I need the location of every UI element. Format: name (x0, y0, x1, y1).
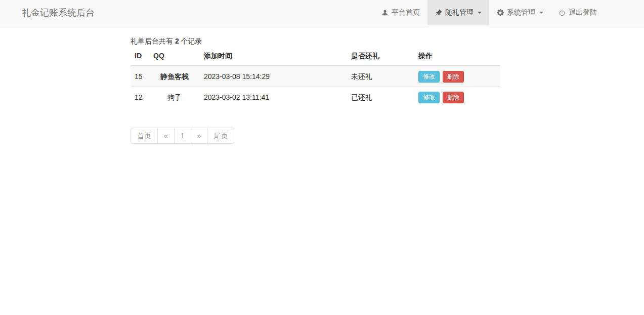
table-row: 12 狗子 2023-03-02 13:11:41 已还礼 修改 删除 (131, 87, 500, 108)
pagination: 首页«1»尾页 (131, 128, 234, 144)
nav-item-logout[interactable]: 退出登陆 (551, 0, 605, 25)
cell-added-time: 2023-03-08 15:14:29 (200, 66, 347, 87)
header-added-time: 添加时间 (200, 46, 347, 66)
pagination-next[interactable]: » (191, 128, 208, 144)
power-icon (559, 9, 566, 16)
pagination-prev[interactable]: « (157, 128, 175, 144)
pushpin-icon (435, 9, 442, 16)
record-count-summary: 礼单后台共有 2 个记录 (131, 36, 500, 46)
cell-return-status: 未还礼 (347, 66, 414, 87)
nav-item-label: 退出登陆 (569, 8, 597, 17)
chevron-down-icon (539, 12, 543, 14)
cell-actions: 修改 删除 (414, 66, 500, 87)
cell-qq: 静鱼客栈 (149, 66, 200, 87)
cell-actions: 修改 删除 (414, 87, 500, 108)
nav-item-gift-management[interactable]: 随礼管理 (427, 0, 489, 25)
header-id: ID (131, 46, 149, 66)
nav-item-system-management[interactable]: 系统管理 (489, 0, 551, 25)
table-header-row: ID QQ 添加时间 是否还礼 操作 (131, 46, 500, 66)
nav-item-label: 系统管理 (507, 8, 535, 17)
delete-button[interactable]: 删除 (443, 92, 464, 103)
summary-suffix: 个记录 (181, 37, 202, 45)
main-content: 礼单后台共有 2 个记录 ID QQ 添加时间 是否还礼 操作 15 静鱼客栈 … (131, 36, 500, 144)
cell-added-time: 2023-03-02 13:11:41 (200, 87, 347, 108)
cell-id: 12 (131, 87, 149, 108)
nav-item-label: 随礼管理 (445, 8, 474, 17)
header-actions: 操作 (414, 46, 500, 66)
chevron-down-icon (478, 12, 482, 14)
header-return-status: 是否还礼 (347, 46, 414, 66)
cell-return-status: 已还礼 (347, 87, 414, 108)
table-body: 15 静鱼客栈 2023-03-08 15:14:29 未还礼 修改 删除 12… (131, 66, 500, 107)
nav-item-platform-home[interactable]: 平台首页 (374, 0, 427, 25)
navbar-menu: 平台首页 随礼管理 系统管理 (374, 0, 605, 25)
header-qq: QQ (149, 46, 200, 66)
records-table: ID QQ 添加时间 是否还礼 操作 15 静鱼客栈 2023-03-08 15… (131, 46, 500, 107)
top-navbar: 礼金记账系统后台 平台首页 随礼管理 (0, 0, 644, 25)
cell-id: 15 (131, 66, 149, 87)
edit-button[interactable]: 修改 (418, 71, 440, 83)
gear-icon (497, 9, 504, 16)
record-count: 2 (175, 37, 179, 45)
table-row: 15 静鱼客栈 2023-03-08 15:14:29 未还礼 修改 删除 (131, 66, 500, 87)
cell-qq: 狗子 (149, 87, 200, 108)
edit-button[interactable]: 修改 (418, 92, 440, 103)
user-icon (381, 9, 389, 16)
pagination-page-1[interactable]: 1 (174, 128, 191, 144)
summary-prefix: 礼单后台共有 (131, 37, 173, 45)
pagination-first[interactable]: 首页 (131, 128, 158, 144)
delete-button[interactable]: 删除 (443, 71, 464, 83)
app-title[interactable]: 礼金记账系统后台 (0, 0, 102, 25)
nav-item-label: 平台首页 (392, 8, 420, 17)
pagination-last[interactable]: 尾页 (207, 128, 234, 144)
